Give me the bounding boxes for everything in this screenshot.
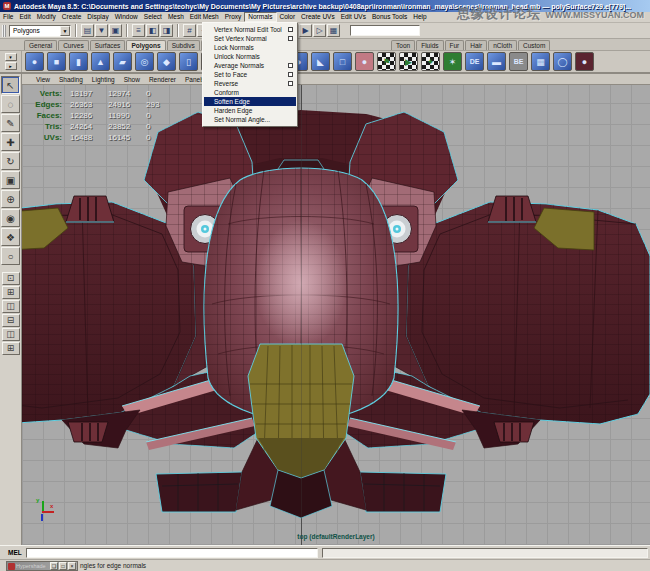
panel-menu-item[interactable]: Lighting [92,76,115,83]
shelf-menu-icon[interactable]: ▾ [5,53,17,61]
menu-item[interactable]: Soften Edge [204,97,296,106]
menu-item[interactable]: Set Normal Angle... [204,115,296,124]
mental-ray-de-icon[interactable]: DE [465,52,484,71]
status-line-grip[interactable] [2,25,6,37]
restore-icon[interactable]: ❏ [50,562,58,570]
render-settings-icon[interactable]: ▦ [327,24,340,37]
last-tool[interactable]: ○ [1,247,20,265]
menu-item[interactable]: Set to Face [204,70,296,79]
option-box-icon[interactable] [288,27,293,32]
shelf-tab[interactable]: Curves [58,40,89,50]
poly-sphere-icon[interactable]: ● [25,52,44,71]
select-object-icon[interactable]: ◧ [146,24,159,37]
render-wheel-icon[interactable]: ✶ [443,52,462,71]
menu-item[interactable]: Conform [204,88,296,97]
maximize-icon[interactable]: □ [59,562,67,570]
viewport-top-camera[interactable]: ViewShadingLightingShowRendererPanels Ve… [22,74,650,545]
menu-bar-item[interactable]: Edit UVs [338,12,369,22]
menu-set-selector[interactable]: Polygons ▼ [9,25,71,37]
open-scene-icon[interactable]: ▼ [95,24,108,37]
render-region-flag-icon[interactable]: ✦ [421,52,440,71]
select-tool[interactable]: ↖ [1,76,20,94]
menu-bar-item[interactable]: Help [410,12,429,22]
option-box-icon[interactable] [288,63,293,68]
panel-menu-item[interactable]: Show [124,76,140,83]
shelf-tab[interactable]: Subdivs [167,40,200,50]
uv-grid-pair-icon[interactable]: ▦ [531,52,550,71]
ironman-helmet-model[interactable] [22,74,650,545]
menu-bar-item[interactable]: Mesh [165,12,187,22]
option-box-icon[interactable] [288,36,293,41]
poly-torus-icon[interactable]: ◎ [135,52,154,71]
shelf-tab[interactable]: Toon [391,40,415,50]
option-box-icon[interactable] [288,72,293,77]
move-tool[interactable]: ✚ [1,133,20,151]
menu-bar-item[interactable]: Edit [16,12,33,22]
show-manipulator-tool[interactable]: ❖ [1,228,20,246]
shelf-tab[interactable]: General [24,40,57,50]
shelf-tab[interactable]: Polygons [126,40,165,50]
poly-pipe-icon[interactable]: ▯ [179,52,198,71]
render-flag-icon[interactable]: ⚑ [377,52,396,71]
shelf-next-icon[interactable]: ▸ [5,62,17,70]
rotate-tool[interactable]: ↻ [1,152,20,170]
menu-bar-item[interactable]: Modify [34,12,59,22]
save-scene-icon[interactable]: ▣ [109,24,122,37]
universal-manipulator-tool[interactable]: ⊕ [1,190,20,208]
layout-four-pane[interactable]: ⊞ [2,286,20,299]
layout-two-side[interactable]: ◫ [2,300,20,313]
option-box-icon[interactable] [288,81,293,86]
select-hierarchy-icon[interactable]: ≡ [132,24,145,37]
paint-select-tool[interactable]: ✎ [1,114,20,132]
shelf-tab[interactable]: Fluids [416,40,443,50]
shelf-tab[interactable]: Custom [518,40,550,50]
menu-item[interactable]: Reverse [204,79,296,88]
shelf-tab[interactable]: Hair [465,40,487,50]
mel-label[interactable]: MEL [8,549,22,556]
batch-render-flag-icon[interactable]: ▶ [399,52,418,71]
mel-input[interactable] [26,548,318,558]
shelf-tab[interactable]: nCloth [488,40,517,50]
menu-bar-item[interactable]: Create UVs [298,12,338,22]
panel-menu-item[interactable]: Shading [59,76,83,83]
snap-grid-icon[interactable]: # [183,24,196,37]
new-scene-icon[interactable]: ▤ [81,24,94,37]
menu-bar-item[interactable]: Proxy [222,12,245,22]
menu-bar-item[interactable]: Select [141,12,165,22]
layout-persp-outliner[interactable]: ◫ [2,328,20,341]
panel-menu-item[interactable]: Renderer [149,76,176,83]
poly-cube-icon[interactable]: ■ [47,52,66,71]
poly-cone-icon[interactable]: ▲ [91,52,110,71]
menu-bar-item[interactable]: Color [277,12,299,22]
menu-bar-item[interactable]: File [0,12,16,22]
blue-plane-icon[interactable]: ▬ [487,52,506,71]
uv-planar-map-icon[interactable]: □ [333,52,352,71]
scale-tool[interactable]: ▣ [1,171,20,189]
shelf-tab[interactable]: Fur [445,40,465,50]
menu-item[interactable]: Lock Normals [204,43,296,52]
shelf-tab[interactable]: Surfaces [90,40,126,50]
dark-sphere-icon[interactable]: ● [575,52,594,71]
select-component-icon[interactable]: ◨ [160,24,173,37]
ipr-render-icon[interactable]: ▷ [313,24,326,37]
quick-selection-field[interactable] [350,25,420,36]
menu-bar-item[interactable]: Display [84,12,111,22]
close-icon[interactable]: × [68,562,76,570]
soft-modification-tool[interactable]: ◉ [1,209,20,227]
render-current-frame-icon[interactable]: ▶ [299,24,312,37]
menu-item[interactable]: Vertex Normal Edit Tool [204,25,296,34]
lasso-select-tool[interactable]: ◌ [1,95,20,113]
menu-item[interactable]: Harden Edge [204,106,296,115]
poly-bevel-icon[interactable]: ◣ [311,52,330,71]
sphere-projection-icon[interactable]: ◯ [553,52,572,71]
menu-bar-item[interactable]: Create [59,12,85,22]
layout-single-pane[interactable]: ⊡ [2,272,20,285]
poly-pyramid-icon[interactable]: ◆ [157,52,176,71]
floating-window-titlebar[interactable]: Hypershade ❏ □ × [6,561,78,571]
layout-hypershade[interactable]: ⊞ [2,342,20,355]
menu-bar-item[interactable]: Normals [244,12,276,22]
poly-plane-icon[interactable]: ▰ [113,52,132,71]
layout-two-stack[interactable]: ⊟ [2,314,20,327]
lambert-material-icon[interactable]: ● [355,52,374,71]
chevron-down-icon[interactable]: ▼ [60,26,70,36]
